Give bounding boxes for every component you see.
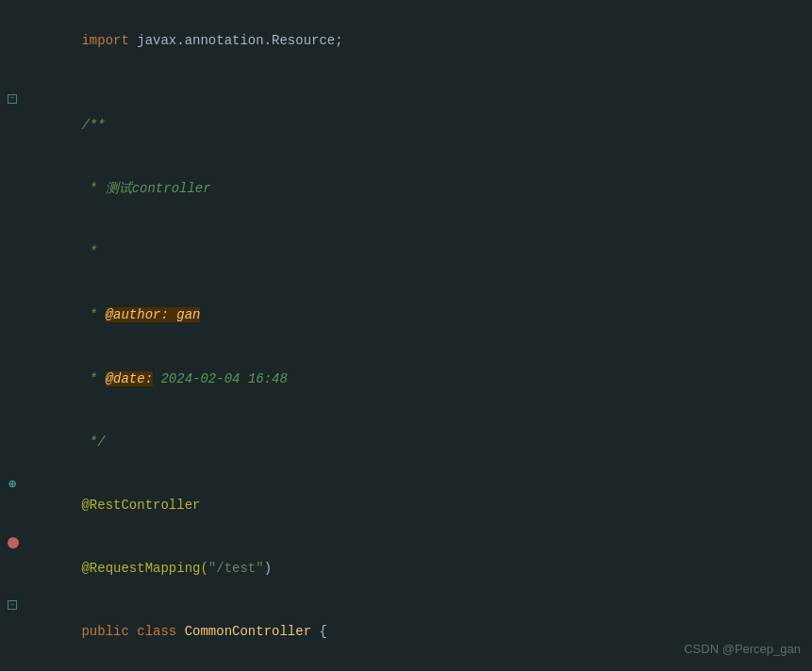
line-1: import javax.annotation.Resource; — [0, 9, 812, 73]
comment-open: /** — [81, 118, 105, 133]
keyword-public-class: public — [81, 624, 137, 639]
line-12 — [0, 663, 812, 671]
import-path: javax.annotation.Resource; — [137, 33, 342, 48]
line-6: * @author: gan — [0, 284, 812, 347]
line-7: * @date: 2024-02-04 16:48 — [0, 347, 812, 410]
line-content-2 — [28, 73, 812, 93]
author-tag: @author: gan — [106, 307, 201, 322]
line-content-4: * 测试controller — [28, 157, 812, 221]
class-name-common: CommonController — [185, 624, 311, 639]
gutter-9: ⊕ — [0, 474, 28, 495]
date-value: 2024-02-04 16:48 — [153, 371, 288, 386]
annotation-requestmapping: @RequestMapping( — [81, 561, 207, 576]
comment-date-prefix: * — [81, 371, 105, 386]
line-content-3: /** — [28, 94, 812, 157]
debug-icon — [8, 537, 19, 548]
line-content-8: */ — [28, 410, 812, 473]
keyword-class: class — [137, 624, 184, 639]
mapping-path: "/test" — [208, 561, 264, 576]
comment-star: * — [81, 244, 97, 259]
line-content-5: * — [28, 221, 812, 284]
line-8: */ — [0, 410, 812, 473]
line-content-12 — [28, 663, 812, 671]
fold-icon-3[interactable]: − — [8, 94, 17, 104]
line-3: − /** — [0, 94, 812, 157]
comment-close: */ — [81, 434, 105, 450]
bookmark-icon: ⊕ — [8, 474, 16, 495]
gutter-3: − — [0, 94, 28, 104]
line-4: * 测试controller — [0, 157, 812, 221]
line-content-10: @RequestMapping("/test") — [28, 537, 812, 600]
line-content-6: * @author: gan — [28, 284, 812, 347]
line-5: * — [0, 221, 812, 284]
line-content-1: import javax.annotation.Resource; — [28, 9, 812, 73]
line-10: @RequestMapping("/test") — [0, 537, 812, 600]
gutter-11: − — [0, 600, 28, 610]
date-tag: @date: — [106, 371, 153, 386]
gutter-10 — [0, 537, 28, 548]
comment-test: * 测试controller — [81, 181, 210, 196]
comment-author-prefix: * — [81, 307, 105, 322]
line-content-9: @RestController — [28, 474, 812, 537]
line-9: ⊕ @RestController — [0, 474, 812, 537]
fold-icon-11[interactable]: − — [8, 600, 17, 610]
code-editor: import javax.annotation.Resource; − /** … — [0, 0, 812, 671]
class-brace: { — [311, 624, 327, 639]
line-2 — [0, 73, 812, 93]
mapping-close: ) — [264, 561, 272, 576]
watermark: CSDN @Percep_gan — [684, 640, 801, 660]
line-content-7: * @date: 2024-02-04 16:48 — [28, 347, 812, 410]
annotation-restcontroller: @RestController — [81, 498, 200, 513]
keyword-import: import — [81, 33, 137, 48]
